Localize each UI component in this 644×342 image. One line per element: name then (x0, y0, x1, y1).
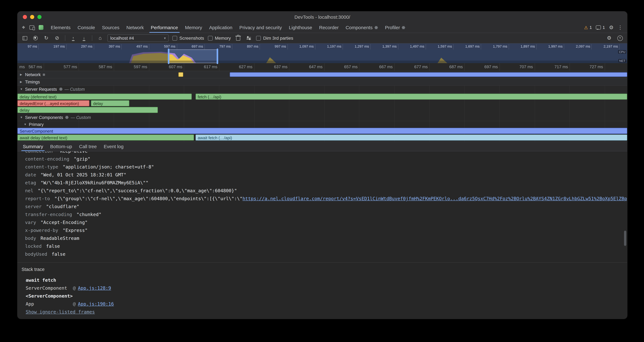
issues-count: 1 (603, 25, 605, 30)
stack-trace-section: Stack trace await fetch ServerComponent … (18, 262, 627, 316)
measure-bar-delay-deferred[interactable]: delay (deferred text) (18, 94, 192, 100)
header-name: date (25, 172, 36, 177)
disclosure-collapsed-icon[interactable]: ▶ (20, 80, 23, 84)
clear-button[interactable]: ⊘ (54, 35, 60, 42)
load-profile-button[interactable]: ↑ (70, 35, 77, 42)
header-name: transfer-encoding (25, 212, 72, 217)
help-icon[interactable]: ? (616, 35, 624, 42)
memory-checkbox[interactable]: Memory (208, 36, 231, 41)
tab-privacy-and-security[interactable]: Privacy and security (236, 22, 285, 33)
track-timings[interactable]: ▶ Timings (18, 78, 627, 86)
header-row: vary"Accept-Encoding" (25, 219, 627, 226)
details-tabbar: Summary Bottom-up Call tree Event log (18, 142, 627, 151)
tab-components[interactable]: Components (342, 22, 382, 33)
close-window-button[interactable] (23, 15, 27, 19)
tab-console[interactable]: Console (74, 22, 98, 33)
measure-bar-delay[interactable]: delay (91, 100, 129, 106)
screenshots-checkbox[interactable]: Screenshots (172, 36, 204, 41)
network-request-bar[interactable] (230, 72, 627, 77)
header-row: lockedfalse (25, 242, 627, 250)
record-and-reload-button[interactable]: ↻ (43, 35, 50, 42)
measure-bar-delayed-error[interactable]: delayedError (…ayed exception) (18, 100, 89, 106)
header-name: report-to (25, 196, 50, 201)
tab-summary[interactable]: Summary (19, 142, 46, 151)
disclosure-expanded-icon[interactable]: ▼ (20, 116, 23, 119)
more-options-kebab-icon[interactable]: ⋮ (618, 25, 623, 30)
window-titlebar[interactable]: DevTools - localhost:3000/ (18, 12, 627, 22)
header-row: transfer-encoding"chunked" (25, 211, 627, 219)
tab-elements[interactable]: Elements (47, 22, 74, 33)
source-link[interactable]: App.js:190:16 (78, 300, 114, 308)
header-row: x-powered-by"Express" (25, 226, 627, 234)
show-ignore-listed-frames-link[interactable]: Show ignore-listed frames (22, 308, 627, 316)
header-value: "Accept-Encoding" (40, 220, 88, 225)
timeline-overview[interactable]: 97 ms197 ms297 ms397 ms497 ms597 ms697 m… (18, 44, 627, 63)
measure-bar-server-component[interactable]: ServerComponent (18, 128, 627, 134)
stack-entry: <ServerComponent> (22, 292, 627, 300)
chevron-down-icon: ▾ (164, 36, 166, 40)
measure-bar-fetch[interactable]: fetch (…/api) (196, 94, 627, 100)
track-primary-header[interactable]: ▼ Primary (18, 121, 627, 128)
save-profile-button[interactable]: ↓ (80, 35, 88, 42)
selection-handle-left[interactable] (168, 49, 170, 64)
tab-sources[interactable]: Sources (98, 22, 123, 33)
timeline-tracks[interactable]: ▶ Network ▶ Timings ▼ Server Requests — … (18, 71, 627, 142)
dim-3rd-parties-checkbox[interactable]: Dim 3rd parties (256, 36, 293, 41)
toggle-sidebar-icon[interactable] (21, 35, 28, 42)
measure-bar-await-fetch[interactable]: await fetch (…/api) (196, 135, 627, 141)
net-axis-label: NET (618, 59, 626, 63)
track-server-requests-header[interactable]: ▼ Server Requests — Custom (18, 86, 627, 93)
capture-settings-button[interactable] (246, 35, 252, 42)
disclosure-expanded-icon[interactable]: ▼ (24, 123, 27, 126)
panel-settings-gear-icon[interactable]: ⚙ (606, 35, 612, 42)
live-metrics-home-icon[interactable]: ⌂ (97, 35, 104, 42)
header-row: server"cloudflare" (25, 203, 627, 211)
selection-handle-right[interactable] (216, 49, 218, 64)
track-network[interactable]: ▶ Network (18, 71, 627, 78)
warning-icon[interactable]: ⚠ (584, 25, 588, 30)
measure-bar-delay[interactable]: delay (18, 107, 158, 113)
maximize-window-button[interactable] (38, 15, 42, 19)
header-name: server (25, 204, 42, 209)
devtools-tabbar: ⌖ Elements Console Sources Network Perfo… (18, 22, 627, 33)
tab-bottom-up[interactable]: Bottom-up (46, 142, 76, 151)
history-select[interactable]: localhost #4 ▾ (108, 34, 168, 42)
inspect-element-icon[interactable]: ⌖ (22, 24, 25, 31)
tab-profiler[interactable]: Profiler (382, 22, 409, 33)
track-server-components-header[interactable]: ▼ Server Components — Custom (18, 114, 627, 121)
device-toolbar-icon[interactable] (30, 25, 34, 30)
tab-lighthouse[interactable]: Lighthouse (286, 22, 316, 33)
header-rows: server"cloudflare" transfer-encoding"chu… (18, 203, 627, 258)
header-name: body (25, 236, 36, 241)
collect-garbage-button[interactable] (235, 35, 242, 42)
tab-event-log[interactable]: Event log (100, 142, 127, 151)
tab-performance[interactable]: Performance (147, 22, 182, 33)
tab-network[interactable]: Network (123, 22, 147, 33)
extension-icon[interactable] (39, 25, 44, 30)
minimize-window-button[interactable] (30, 15, 34, 19)
source-link[interactable]: App.js:128:9 (78, 284, 111, 292)
tab-recorder[interactable]: Recorder (316, 22, 342, 33)
header-value: false (46, 244, 60, 249)
header-value: "chunked" (76, 212, 102, 217)
scrollbar-thumb[interactable] (624, 231, 626, 246)
record-button[interactable] (32, 35, 39, 42)
tab-application[interactable]: Application (206, 22, 236, 33)
summary-pane[interactable]: connection"keep-alive" content-encoding"… (18, 151, 627, 319)
tab-call-tree[interactable]: Call tree (76, 142, 100, 151)
network-request-bar[interactable] (178, 72, 183, 77)
react-atom-icon (374, 26, 378, 29)
disclosure-expanded-icon[interactable]: ▼ (20, 88, 23, 91)
tab-memory[interactable]: Memory (182, 22, 206, 33)
disclosure-collapsed-icon[interactable]: ▶ (20, 73, 23, 76)
network-track-marker-icon (43, 74, 45, 76)
overview-selection-window[interactable] (168, 50, 218, 63)
measure-bar-await-delay[interactable]: await delay (deferred text) (18, 135, 194, 141)
checkbox-box (208, 36, 213, 41)
settings-gear-icon[interactable]: ⚙ (609, 25, 614, 30)
tune-icon (247, 37, 251, 39)
issues-icon[interactable] (596, 25, 601, 30)
report-url-link[interactable]: https://a.nel.cloudflare.com/report/v4?s… (242, 196, 627, 201)
checkbox-box (172, 36, 177, 41)
header-value: false (52, 252, 66, 257)
